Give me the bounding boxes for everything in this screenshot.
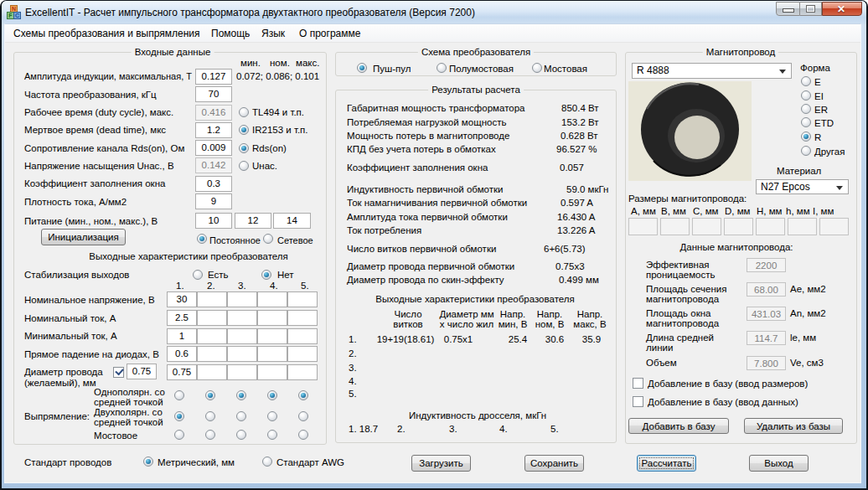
svg-text:C: C xyxy=(15,13,19,18)
svg-text:N: N xyxy=(12,6,16,12)
svg-text:F: F xyxy=(8,13,13,18)
